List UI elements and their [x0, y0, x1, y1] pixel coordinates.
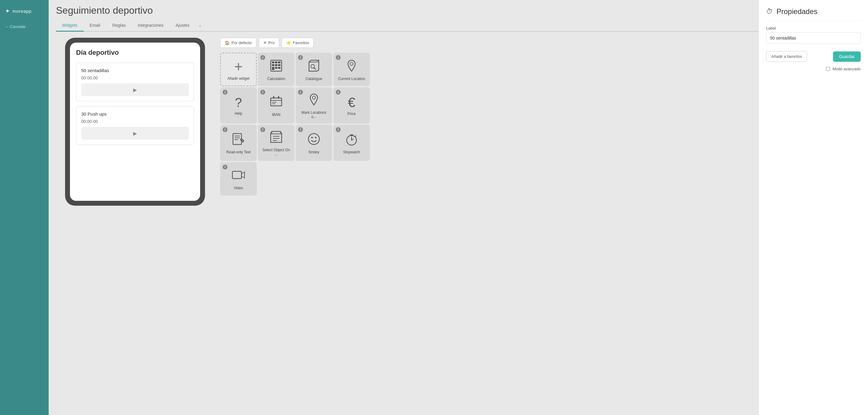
- play-icon-1: ▶: [133, 87, 137, 93]
- label-field: Label: [766, 26, 861, 44]
- widget-iban[interactable]: i IBAN: [258, 87, 294, 123]
- info-badge-calculation: i: [260, 55, 265, 60]
- properties-panel: ⏱ Propiedades Label Añadir a favoritos G…: [758, 0, 868, 415]
- logo-text: moreapp: [12, 8, 32, 14]
- select-object-label: Select Object On ...: [261, 148, 291, 157]
- info-badge-catalogue: i: [298, 55, 303, 60]
- cancel-button[interactable]: ← Cancelar: [0, 22, 31, 31]
- info-badge-current-location: i: [336, 55, 341, 60]
- info-badge-stopwatch: i: [336, 127, 341, 132]
- stopwatch-icon: [345, 132, 358, 148]
- info-badge-iban: i: [260, 90, 265, 95]
- page-title: Seguimiento deportivo: [56, 5, 861, 16]
- add-icon: +: [234, 59, 243, 74]
- svg-rect-4: [272, 64, 274, 66]
- tab-widgets[interactable]: Widgets: [56, 20, 84, 32]
- help-label: Help: [235, 111, 242, 116]
- advanced-mode-row: Modo avanzado: [766, 67, 861, 71]
- filter-favorites[interactable]: ⭐ Favoritos: [282, 38, 314, 48]
- info-badge-help: i: [223, 90, 227, 95]
- price-label: Price: [347, 112, 355, 116]
- video-icon: [232, 168, 245, 183]
- info-badge-video: i: [223, 165, 227, 170]
- tab-bar: Widgets Email Reglas Integraciones Ajust…: [56, 20, 861, 32]
- widget-readonly-text[interactable]: i Read-only Text: [220, 125, 257, 161]
- iban-label: IBAN: [272, 113, 280, 117]
- current-location-icon: [345, 59, 358, 74]
- form-widget-1: 50 sentadillas 00:00.00 ▶: [76, 63, 194, 101]
- add-favorites-button[interactable]: Añadir a favoritos: [766, 51, 807, 62]
- phone-frame: Día deportivo 50 sentadillas 00:00.00 ▶ …: [65, 38, 205, 206]
- readonly-text-icon: [232, 132, 245, 148]
- collapse-tab-button[interactable]: ‹: [195, 20, 205, 32]
- panel-header: ⏱ Propiedades: [766, 7, 861, 21]
- catalogue-label: Catalogue: [306, 77, 322, 81]
- svg-point-26: [311, 137, 313, 138]
- widget-label-2: 30 Push ups: [81, 111, 189, 117]
- filter-pro-label: Pro: [269, 40, 275, 45]
- widget-video[interactable]: i Video: [220, 162, 257, 196]
- tab-integraciones[interactable]: Integraciones: [132, 20, 169, 32]
- info-badge-readonly-text: i: [223, 127, 227, 132]
- select-object-icon: [270, 130, 283, 145]
- widget-stopwatch[interactable]: i Stopwatch: [333, 125, 370, 161]
- save-button[interactable]: Guardar: [833, 52, 861, 62]
- svg-rect-6: [278, 64, 280, 66]
- panel-actions: Añadir a favoritos Guardar: [766, 51, 861, 62]
- mark-locations-icon: [307, 93, 320, 108]
- widget-play-bar-1[interactable]: ▶: [81, 83, 189, 96]
- sidebar: ✦ moreapp ← Cancelar: [0, 0, 49, 415]
- current-location-label: Current Location: [338, 77, 365, 81]
- readonly-text-label: Read-only Text: [226, 150, 251, 154]
- widget-catalogue[interactable]: i Catalogue: [296, 53, 332, 86]
- filter-default[interactable]: 🏠 Por defecto: [220, 38, 256, 48]
- widget-calculation[interactable]: i: [258, 53, 294, 86]
- svg-point-17: [312, 96, 315, 99]
- filter-favorites-label: Favoritos: [293, 40, 309, 45]
- widget-select-object[interactable]: i Select Object On ...: [258, 125, 294, 161]
- svg-rect-3: [278, 61, 280, 63]
- phone-preview: Día deportivo 50 sentadillas 00:00.00 ▶ …: [56, 38, 214, 409]
- iban-icon: [270, 95, 283, 110]
- widget-help[interactable]: i ? Help: [220, 87, 257, 123]
- widget-current-location[interactable]: i Current Location: [333, 53, 370, 86]
- info-badge-price: i: [336, 90, 341, 95]
- label-input[interactable]: [766, 32, 861, 44]
- label-field-label: Label: [766, 26, 861, 30]
- widget-price[interactable]: i € Price: [333, 87, 370, 123]
- svg-rect-9: [278, 67, 280, 69]
- info-badge-select-object: i: [260, 127, 265, 132]
- info-badge-mark-locations: i: [298, 90, 303, 95]
- stopwatch-label: Stopwatch: [343, 150, 360, 154]
- logo-icon: ✦: [5, 7, 10, 14]
- svg-point-25: [308, 134, 319, 145]
- filter-pro[interactable]: ✈ Pro: [259, 38, 279, 48]
- svg-rect-16: [278, 96, 279, 98]
- widget-label-1: 50 sentadillas: [81, 68, 189, 73]
- svg-point-11: [350, 62, 353, 65]
- widget-mark-locations[interactable]: i Mark Locations o...: [296, 87, 332, 123]
- tab-ajustes[interactable]: Ajustes: [169, 20, 195, 32]
- svg-rect-7: [272, 67, 274, 70]
- phone-screen: Día deportivo 50 sentadillas 00:00.00 ▶ …: [70, 42, 200, 201]
- tab-email[interactable]: Email: [84, 20, 106, 32]
- price-icon: €: [348, 96, 355, 109]
- advanced-mode-label: Modo avanzado: [832, 67, 861, 71]
- form-widget-2: 30 Push ups 00:00.00 ▶: [76, 106, 194, 145]
- star-icon: ⭐: [286, 40, 291, 45]
- advanced-mode-checkbox[interactable]: [826, 67, 830, 71]
- svg-rect-1: [272, 61, 274, 63]
- logo: ✦ moreapp: [0, 5, 36, 22]
- panel-title: Propiedades: [776, 7, 817, 16]
- tab-reglas[interactable]: Reglas: [106, 20, 132, 32]
- home-icon: 🏠: [225, 40, 229, 45]
- svg-rect-8: [275, 67, 277, 69]
- add-widget-button[interactable]: + Añadir widget: [220, 53, 257, 86]
- svg-rect-31: [232, 171, 242, 179]
- calculation-icon: [270, 59, 283, 74]
- header: Seguimiento deportivo Widgets Email Regl…: [49, 0, 868, 32]
- play-icon-2: ▶: [133, 130, 137, 136]
- widget-play-bar-2[interactable]: ▶: [81, 127, 189, 140]
- widget-smiley[interactable]: i Smiley: [296, 125, 332, 161]
- main-area: Seguimiento deportivo Widgets Email Regl…: [49, 0, 868, 415]
